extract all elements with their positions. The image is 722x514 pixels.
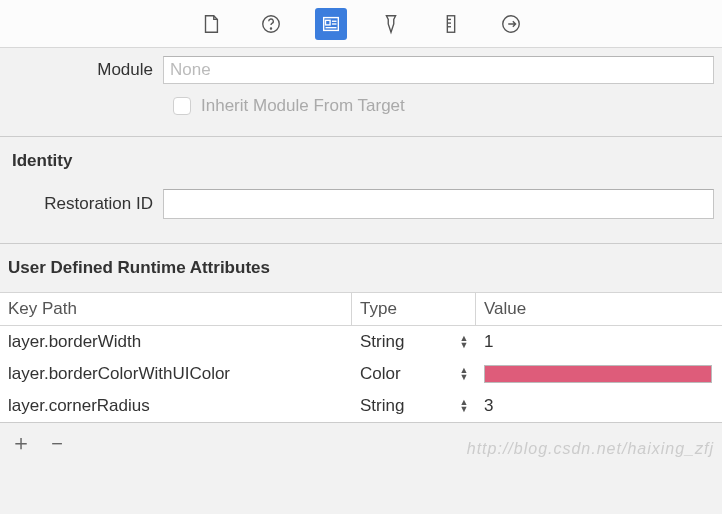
identity-section: Identity Restoration ID <box>0 136 722 243</box>
header-type[interactable]: Type <box>352 293 476 325</box>
table-row[interactable]: layer.cornerRadiusString▲▼3 <box>0 390 722 422</box>
attrs-footer: ＋ － http://blog.csdn.net/haixing_zfj <box>0 422 722 462</box>
attrs-header-row: Key Path Type Value <box>0 292 722 326</box>
svg-rect-7 <box>447 15 454 32</box>
cell-keypath[interactable]: layer.borderColorWithUIColor <box>0 364 352 384</box>
attributes-inspector-icon[interactable] <box>375 8 407 40</box>
runtime-attributes-section: User Defined Runtime Attributes Key Path… <box>0 243 722 422</box>
table-row[interactable]: layer.borderWidthString▲▼1 <box>0 326 722 358</box>
module-label: Module <box>8 60 163 80</box>
type-stepper-icon[interactable]: ▲▼ <box>452 367 476 381</box>
inherit-module-checkbox[interactable] <box>173 97 191 115</box>
watermark-text: http://blog.csdn.net/haixing_zfj <box>467 440 714 458</box>
cell-keypath[interactable]: layer.borderWidth <box>0 332 352 352</box>
type-stepper-icon[interactable]: ▲▼ <box>452 399 476 413</box>
restoration-id-input[interactable] <box>163 189 714 219</box>
inherit-module-label: Inherit Module From Target <box>201 96 405 116</box>
cell-value[interactable] <box>476 365 722 383</box>
svg-rect-3 <box>326 20 331 25</box>
help-inspector-icon[interactable] <box>255 8 287 40</box>
header-keypath[interactable]: Key Path <box>0 293 352 325</box>
size-inspector-icon[interactable] <box>435 8 467 40</box>
file-inspector-icon[interactable] <box>195 8 227 40</box>
cell-type[interactable]: String <box>352 396 452 416</box>
connections-inspector-icon[interactable] <box>495 8 527 40</box>
table-row[interactable]: layer.borderColorWithUIColorColor▲▼ <box>0 358 722 390</box>
identity-inspector-icon[interactable] <box>315 8 347 40</box>
header-value[interactable]: Value <box>476 293 722 325</box>
cell-type[interactable]: Color <box>352 364 452 384</box>
svg-point-1 <box>270 28 271 29</box>
cell-type[interactable]: String <box>352 332 452 352</box>
identity-title: Identity <box>8 151 714 189</box>
color-swatch[interactable] <box>484 365 712 383</box>
type-stepper-icon[interactable]: ▲▼ <box>452 335 476 349</box>
cell-value[interactable]: 1 <box>476 332 722 352</box>
runtime-attributes-title: User Defined Runtime Attributes <box>0 258 722 292</box>
restoration-id-label: Restoration ID <box>8 194 163 214</box>
inspector-toolbar <box>0 0 722 48</box>
cell-keypath[interactable]: layer.cornerRadius <box>0 396 352 416</box>
cell-value[interactable]: 3 <box>476 396 722 416</box>
module-section: Module Inherit Module From Target <box>0 48 722 136</box>
remove-attribute-button[interactable]: － <box>46 432 68 454</box>
attrs-body: layer.borderWidthString▲▼1layer.borderCo… <box>0 326 722 422</box>
module-input[interactable] <box>163 56 714 84</box>
add-attribute-button[interactable]: ＋ <box>10 432 32 454</box>
